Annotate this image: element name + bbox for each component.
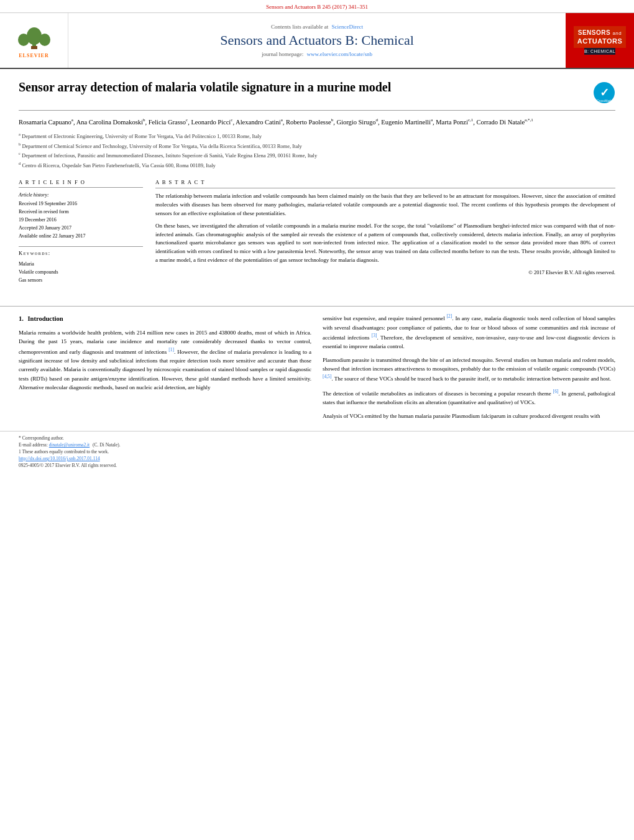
authors: Rosamaria Capuanoa, Ana Carolina Domakos… xyxy=(19,117,615,127)
available-online: Available online 22 January 2017 xyxy=(19,233,143,240)
body-column-right: sensitive but expensive, and require tra… xyxy=(323,313,615,425)
page-footer: * Corresponding author. E-mail address: … xyxy=(0,431,634,473)
corresponding-note: * Corresponding author. xyxy=(19,435,615,441)
journal-title-area: Contents lists available at ScienceDirec… xyxy=(68,13,566,68)
copyright-line: © 2017 Elsevier B.V. All rights reserved… xyxy=(155,269,615,277)
received-date: Received 19 September 2016 xyxy=(19,200,143,208)
article-title-row: Sensor array detection of malaria volati… xyxy=(19,79,615,111)
homepage-link[interactable]: www.elsevier.com/locate/snb xyxy=(307,51,372,57)
article-info-abstract-section: A R T I C L E I N F O Article history: R… xyxy=(19,178,615,285)
journal-reference: Sensors and Actuators B 245 (2017) 341–3… xyxy=(216,4,419,10)
sciencedirect-link[interactable]: ScienceDirect xyxy=(332,24,363,30)
contents-line: Contents lists available at ScienceDirec… xyxy=(271,24,363,30)
section-divider xyxy=(0,306,634,307)
article-title: Sensor array detection of malaria volati… xyxy=(19,79,581,95)
author-email[interactable]: dinatale@uniroma2.it xyxy=(49,442,90,448)
revised-date: 19 December 2016 xyxy=(19,216,143,224)
ref-4-5: [4,5] xyxy=(323,374,331,379)
svg-point-1 xyxy=(27,27,42,45)
svg-rect-4 xyxy=(31,46,37,49)
footnote-1: 1 These authors equally contributed to t… xyxy=(19,449,615,455)
intro-paragraph-5: Analysis of VOCs emitted by the human ma… xyxy=(323,412,615,420)
accepted-date: Accepted 20 January 2017 xyxy=(19,224,143,232)
article-info-heading: A R T I C L E I N F O xyxy=(19,178,143,188)
email-note: E-mail address: dinatale@uniroma2.it (C.… xyxy=(19,442,615,448)
ref-3: [3] xyxy=(372,333,377,338)
intro-paragraph-4: The detection of volatile metabolites as… xyxy=(323,388,615,407)
svg-point-3 xyxy=(39,34,50,46)
top-header: Sensors and Actuators B 245 (2017) 341–3… xyxy=(0,0,634,13)
crossmark-svg: ✓ CrossMark xyxy=(593,81,615,104)
article-content: Sensor array detection of malaria volati… xyxy=(0,69,634,300)
article-info-column: A R T I C L E I N F O Article history: R… xyxy=(19,178,143,285)
doi-link[interactable]: http://dx.doi.org/10.1016/j.snb.2017.01.… xyxy=(19,456,100,461)
elsevier-logo: ELSEVIER xyxy=(0,13,68,68)
footer-issn: 0925-4005/© 2017 Elsevier B.V. All right… xyxy=(19,463,615,468)
intro-paragraph-3: Plasmodium parasite is transmitted throu… xyxy=(323,356,615,384)
keywords-section: Keywords: Malaria Volatile compounds Gas… xyxy=(19,246,143,284)
elsevier-tree-svg xyxy=(12,22,56,50)
keyword-malaria: Malaria xyxy=(19,261,143,268)
sensors-logo-text: SENSORS and ACTUATORS xyxy=(574,26,627,48)
svg-text:CrossMark: CrossMark xyxy=(597,99,612,103)
affiliations: a Department of Electronic Engineering, … xyxy=(19,131,615,169)
keyword-volatile: Volatile compounds xyxy=(19,269,143,276)
revised-label: Received in revised form xyxy=(19,208,143,216)
abstract-paragraph-1: The relationship between malaria infecti… xyxy=(155,192,615,218)
elsevier-wordmark: ELSEVIER xyxy=(19,53,48,58)
body-two-column: 1. Introduction Malaria remains a worldw… xyxy=(0,313,634,425)
sensors-actuators-logo: SENSORS and ACTUATORS B: CHEMICAL xyxy=(566,13,634,68)
svg-point-2 xyxy=(18,34,29,46)
history-label: Article history: xyxy=(19,192,143,199)
ref-1: [1] xyxy=(168,347,174,353)
svg-text:✓: ✓ xyxy=(600,86,609,99)
abstract-paragraph-2: On these bases, we investigated the alte… xyxy=(155,222,615,265)
ref-6: [6] xyxy=(553,389,559,394)
crossmark-logo: ✓ CrossMark xyxy=(593,81,615,105)
intro-paragraph-1: Malaria remains a worldwide health probl… xyxy=(19,328,311,392)
sensors-logo-bar: B: CHEMICAL xyxy=(584,48,615,55)
elsevier-tree-graphic xyxy=(12,22,56,50)
journal-homepage: journal homepage: www.elsevier.com/locat… xyxy=(262,51,372,57)
abstract-heading: A B S T R A C T xyxy=(155,178,615,188)
keyword-gas: Gas sensors xyxy=(19,277,143,284)
body-column-left: 1. Introduction Malaria remains a worldw… xyxy=(19,313,311,425)
journal-main-title: Sensors and Actuators B: Chemical xyxy=(220,32,414,48)
keywords-heading: Keywords: xyxy=(19,249,143,259)
abstract-column: A B S T R A C T The relationship between… xyxy=(155,178,615,285)
intro-paragraph-2: sensitive but expensive, and require tra… xyxy=(323,313,615,351)
journal-header: ELSEVIER Contents lists available at Sci… xyxy=(0,13,634,69)
section1-title: 1. Introduction xyxy=(19,314,311,325)
ref-2: [2] xyxy=(447,313,453,319)
page: Sensors and Actuators B 245 (2017) 341–3… xyxy=(0,0,634,840)
footer-doi: http://dx.doi.org/10.1016/j.snb.2017.01.… xyxy=(19,456,615,461)
